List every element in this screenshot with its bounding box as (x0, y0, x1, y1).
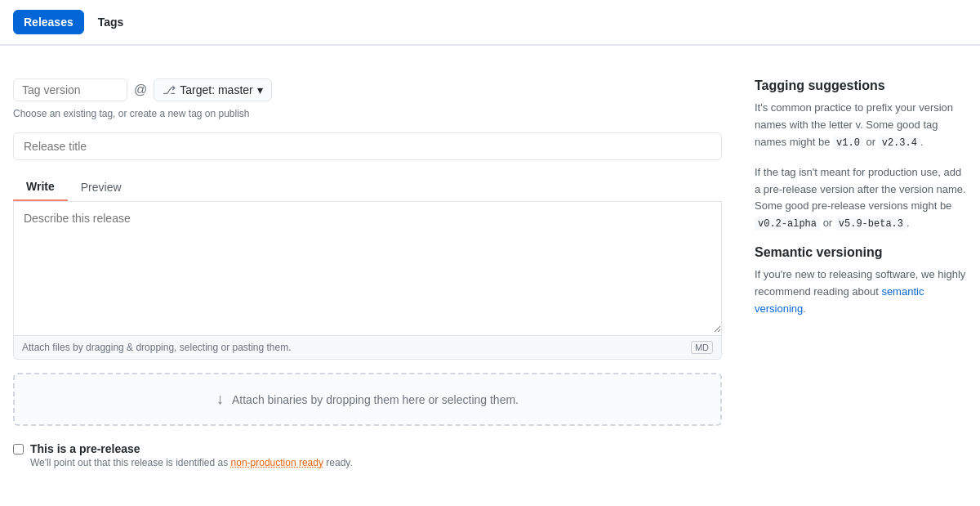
non-production-text: non-production ready (231, 457, 323, 468)
chevron-down-icon: ▾ (257, 83, 263, 96)
markdown-icon: MD (691, 341, 713, 354)
write-preview-tabs: Write Preview (13, 173, 722, 202)
tagging-suggestions-title: Tagging suggestions (755, 78, 967, 93)
at-symbol: @ (134, 83, 147, 97)
tagging-body-5: or (820, 217, 835, 229)
tagging-body-2: or (863, 136, 879, 148)
editor-area: Attach files by dragging & dropping, sel… (13, 202, 722, 360)
binary-drop-area[interactable]: ↓ Attach binaries by dropping them here … (13, 373, 722, 426)
describe-textarea[interactable] (14, 202, 721, 333)
semantic-body-2: . (803, 302, 806, 315)
tagging-body-6: . (906, 217, 910, 229)
pre-release-section: This is a pre-release We'll point out th… (13, 442, 722, 468)
tag-version-input[interactable] (13, 78, 127, 101)
binary-drop-text: Attach binaries by dropping them here or… (232, 393, 519, 406)
pre-release-hint: We'll point out that this release is ide… (30, 457, 353, 468)
semantic-versioning-title: Semantic versioning (755, 245, 967, 260)
down-arrow-icon: ↓ (216, 391, 224, 408)
textarea-wrapper (14, 202, 721, 335)
tagging-code-4: v5.9-beta.3 (835, 217, 906, 231)
write-tab[interactable]: Write (13, 173, 68, 201)
preview-tab[interactable]: Preview (68, 173, 135, 201)
tagging-code-3: v0.2-alpha (755, 217, 820, 231)
tagging-body-3: . (920, 136, 924, 148)
branch-icon: ⎇ (163, 83, 176, 96)
tags-tab[interactable]: Tags (87, 10, 135, 34)
releases-tab[interactable]: Releases (13, 10, 84, 34)
release-title-input[interactable] (13, 132, 722, 160)
semantic-body-1: If you're new to releasing software, we … (755, 268, 965, 298)
main-content: @ ⎇ Target: master ▾ Choose an existing … (0, 62, 980, 485)
right-panel: Tagging suggestions It's common practice… (755, 78, 967, 468)
tag-hint: Choose an existing tag, or create a new … (13, 108, 722, 119)
tagging-code-1: v1.0 (833, 137, 863, 150)
attach-text: Attach files by dragging & dropping, sel… (22, 342, 292, 353)
tag-row: @ ⎇ Target: master ▾ (13, 78, 722, 101)
target-branch-button[interactable]: ⎇ Target: master ▾ (154, 78, 271, 101)
top-nav: Releases Tags (0, 0, 980, 45)
semantic-versioning-body: If you're new to releasing software, we … (755, 266, 967, 317)
pre-release-checkbox[interactable] (13, 444, 24, 455)
textarea-footer: Attach files by dragging & dropping, sel… (14, 335, 721, 359)
nav-divider (0, 45, 980, 46)
pre-release-label: This is a pre-release (30, 442, 353, 455)
tagging-body-4: If the tag isn't meant for production us… (755, 166, 966, 213)
pre-release-info: This is a pre-release We'll point out th… (30, 442, 353, 468)
tagging-suggestions-body: It's common practice to prefix your vers… (755, 100, 967, 151)
target-branch-label: Target: master (180, 83, 252, 96)
tagging-code-2: v2.3.4 (879, 137, 920, 150)
tagging-suggestions-body-2: If the tag isn't meant for production us… (755, 164, 967, 233)
left-panel: @ ⎇ Target: master ▾ Choose an existing … (13, 78, 722, 468)
